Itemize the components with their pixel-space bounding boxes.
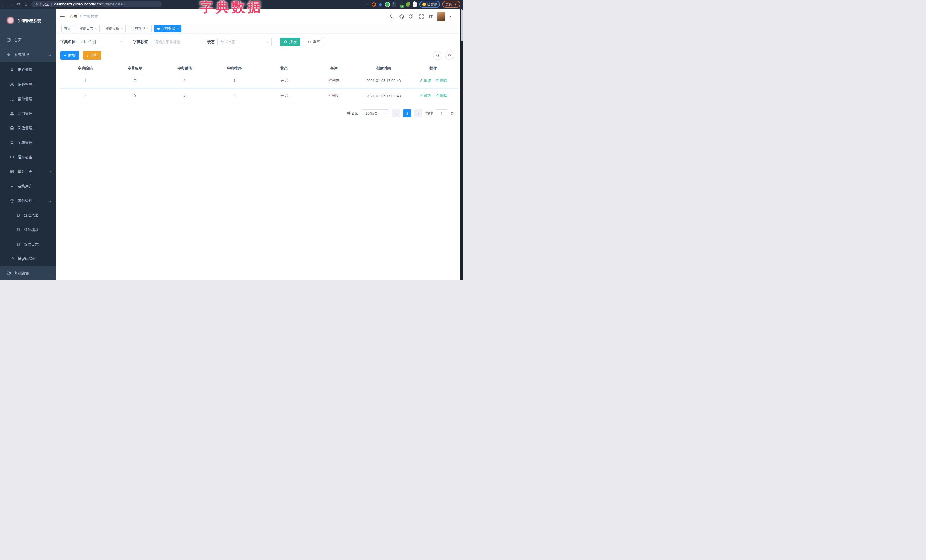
page-size-select[interactable]: 10条/页 ∨: [362, 109, 389, 117]
cell-dict-sort: 2: [210, 94, 260, 98]
breadcrumb-home[interactable]: 首页: [70, 14, 77, 19]
export-button[interactable]: ↓ 导出: [83, 51, 102, 60]
on-badge-extension-icon[interactable]: [399, 2, 403, 6]
prev-page-button[interactable]: ‹: [392, 109, 400, 117]
table-row: 1 男 1 1 开启 性别男 2021-01-05 17:03:48 修改: [61, 74, 458, 89]
url-host: dashboard.yudao.iocoder.cn: [54, 2, 101, 6]
sidebar-item-sms-template[interactable]: 短信模板: [0, 222, 56, 237]
sidebar-item-notice[interactable]: 通知公告: [0, 150, 56, 165]
browser-menu-dots-icon[interactable]: ⋮: [454, 2, 457, 6]
edit-link[interactable]: 修改: [419, 93, 431, 98]
delete-link[interactable]: 删除: [436, 93, 447, 98]
dict-label-input[interactable]: [154, 39, 196, 44]
close-icon[interactable]: ×: [121, 27, 123, 31]
slider-extension-icon[interactable]: [392, 2, 396, 6]
address-bar[interactable]: ⚠ 不安全 dashboard.yudao.iocoder.cn /dict/t…: [31, 1, 162, 8]
refresh-table-button[interactable]: ↻: [445, 51, 454, 60]
green-check-extension-icon[interactable]: ✓: [385, 2, 389, 6]
browser-home-icon[interactable]: ⌂: [22, 0, 30, 9]
close-icon[interactable]: ×: [147, 27, 149, 31]
edit-link[interactable]: 修改: [419, 78, 431, 83]
sidebar-item-user-mgmt[interactable]: 用户管理: [0, 63, 56, 77]
sidebar-item-system-mgmt[interactable]: ⚙ 系统管理 ∧: [0, 47, 56, 62]
blue-gem-extension-icon[interactable]: ◆: [378, 2, 383, 6]
search-button[interactable]: 搜索: [280, 38, 300, 46]
reset-button[interactable]: ↻ 重置: [304, 38, 324, 46]
paused-extension-badge[interactable]: 已暂停: [419, 1, 440, 8]
search-icon[interactable]: [389, 14, 394, 19]
cell-dict-value: 2: [160, 94, 210, 98]
col-created: 创建时间: [359, 66, 409, 71]
close-icon[interactable]: ×: [177, 27, 179, 31]
sidebar-item-menu-mgmt[interactable]: 菜单管理: [0, 92, 56, 106]
dict-name-select[interactable]: 用户性别 ∨: [78, 38, 125, 46]
sidebar-item-label: 短信日志: [24, 242, 39, 247]
browser-forward-icon[interactable]: →: [8, 0, 15, 9]
search-button-label: 搜索: [289, 39, 297, 44]
scrollbar-thumb[interactable]: [461, 9, 463, 41]
sidebar-item-sms-mgmt[interactable]: 短信管理 ∧: [0, 193, 56, 208]
sidebar-item-label: 用户管理: [18, 68, 32, 72]
url-path: /dict/type/data/1: [101, 2, 125, 6]
export-button-label: 导出: [90, 53, 98, 58]
current-page-button[interactable]: 1: [403, 109, 411, 117]
status-select[interactable]: 数据状态 ∨: [217, 38, 272, 46]
sidebar-item-role-mgmt[interactable]: 角色管理: [0, 77, 56, 92]
orange-ring-extension-icon[interactable]: [372, 2, 376, 6]
page-scrollbar[interactable]: [460, 9, 463, 280]
sidebar-item-infrastructure[interactable]: 基础设施 ∨: [0, 266, 56, 280]
browser-reload-icon[interactable]: ↻: [15, 0, 22, 9]
sidebar-item-label: 在线用户: [18, 184, 32, 189]
sidebar-item-label: 错误码管理: [18, 257, 36, 261]
browser-back-icon[interactable]: ←: [0, 0, 8, 9]
sidebar-item-label: 首页: [14, 38, 22, 43]
sidebar-item-post-mgmt[interactable]: 岗位管理: [0, 121, 56, 135]
pagination: 共 2 条 10条/页 ∨ ‹ 1 › 前往 页: [61, 109, 458, 117]
status-placeholder: 数据状态: [221, 39, 235, 44]
col-remark: 备注: [309, 66, 359, 71]
sidebar-item-online-users[interactable]: 在线用户: [0, 179, 56, 193]
goto-page-input[interactable]: [436, 109, 447, 117]
tab-dict-mgmt[interactable]: 字典管理 ×: [129, 25, 151, 32]
update-label: 更新: [445, 2, 452, 6]
tab-sms-log[interactable]: 短信日志 ×: [77, 25, 100, 32]
gear-icon: ⚙: [6, 53, 11, 56]
sidebar-item-error-code-mgmt[interactable]: </> 错误码管理: [0, 252, 56, 266]
tab-home[interactable]: 首页: [61, 25, 74, 32]
delete-link[interactable]: 删除: [436, 78, 447, 83]
browser-update-badge[interactable]: 更新 ⋮: [442, 1, 460, 8]
dict-label-label: 字典标签: [133, 39, 148, 44]
col-dict-label: 字典标签: [110, 66, 160, 71]
cell-status: 开启: [259, 93, 309, 98]
sidebar-item-dict-mgmt[interactable]: 字典管理: [0, 135, 56, 150]
add-button[interactable]: + 新增: [61, 51, 79, 60]
help-icon[interactable]: ?: [409, 14, 414, 19]
goto-label: 前往: [425, 111, 433, 116]
avatar-caret-down-icon[interactable]: ▾: [449, 15, 451, 18]
sidebar-item-home[interactable]: 首页: [0, 33, 56, 47]
sidebar-item-sms-log[interactable]: 短信日志: [0, 237, 56, 252]
bookmark-star-icon[interactable]: ☆: [365, 2, 369, 6]
status-label: 状态: [207, 39, 215, 44]
sidebar-item-audit-log[interactable]: 审计日志 ∨: [0, 165, 56, 179]
github-icon[interactable]: [399, 14, 404, 19]
font-size-icon[interactable]: tT: [429, 14, 433, 19]
sidebar-collapse-icon[interactable]: [60, 15, 65, 18]
warning-icon: ⚠: [35, 3, 38, 6]
leaf-extension-icon[interactable]: [406, 2, 410, 6]
tab-sms-template[interactable]: 短信模板 ×: [103, 25, 126, 32]
close-icon[interactable]: ×: [95, 27, 97, 31]
fullscreen-icon[interactable]: [419, 14, 424, 19]
col-dict-code: 字典编码: [61, 66, 110, 71]
puzzle-extensions-icon[interactable]: [413, 2, 417, 6]
table-toolbar: + 新增 ↓ 导出 ↻: [61, 51, 458, 60]
tab-dict-data[interactable]: 字典数据 ×: [154, 25, 182, 32]
toggle-search-button[interactable]: [433, 51, 442, 60]
delete-link-label: 删除: [440, 93, 447, 98]
next-page-button[interactable]: ›: [414, 109, 422, 117]
sidebar-item-sms-channel[interactable]: 短信渠道: [0, 208, 56, 222]
app-logo[interactable]: 芋道管理系统: [0, 9, 56, 33]
sidebar-item-dept-mgmt[interactable]: 部门管理: [0, 106, 56, 121]
security-label[interactable]: 不安全: [39, 2, 49, 6]
user-avatar[interactable]: [437, 12, 445, 21]
